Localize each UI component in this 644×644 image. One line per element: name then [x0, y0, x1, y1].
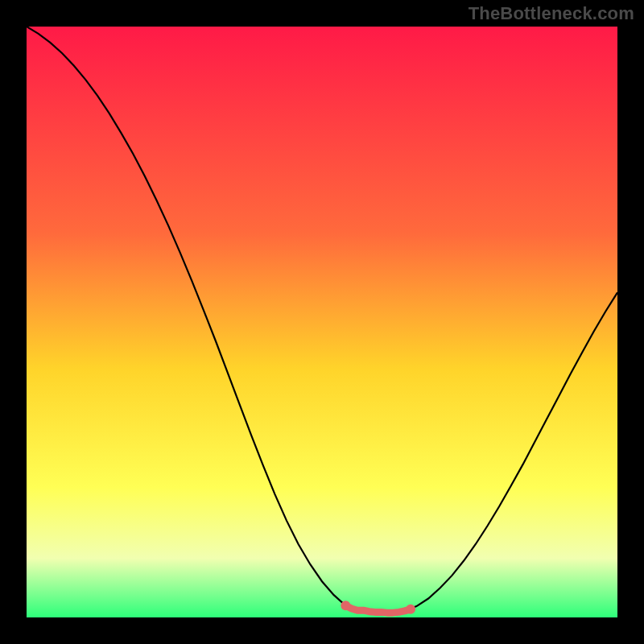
watermark-text: TheBottleneck.com	[469, 3, 634, 24]
optimal-range-endpoint	[341, 601, 350, 610]
plot-area	[27, 27, 617, 617]
plot-outer	[27, 27, 617, 617]
chart-container: TheBottleneck.com	[0, 0, 644, 644]
chart-svg	[27, 27, 617, 617]
optimal-range-endpoint	[406, 605, 415, 614]
gradient-background	[27, 27, 617, 617]
